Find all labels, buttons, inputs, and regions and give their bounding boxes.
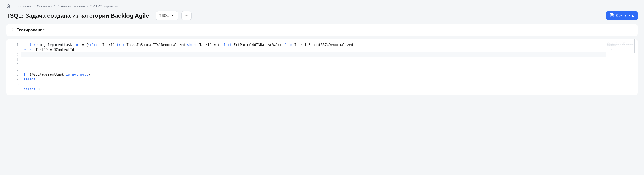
- save-button[interactable]: Сохранить: [606, 11, 638, 20]
- svg-point-2: [188, 15, 188, 16]
- breadcrumb-item-categories[interactable]: Категории: [16, 4, 31, 8]
- save-icon: [610, 13, 614, 18]
- chevron-right-icon: [10, 27, 14, 33]
- breadcrumb-separator: /: [12, 4, 14, 8]
- chevron-down-icon: [52, 4, 56, 8]
- code-editor[interactable]: 12345678 declare @agileparenttask int = …: [6, 39, 638, 95]
- testing-panel: Тестирование: [6, 24, 638, 36]
- breadcrumb-separator: /: [87, 4, 88, 8]
- breadcrumb: / Категории / Сценарии / Автоматизация /…: [6, 4, 638, 8]
- testing-panel-label: Тестирование: [17, 28, 45, 32]
- code-content[interactable]: declare @agileparenttask int = (select T…: [21, 39, 606, 95]
- more-horizontal-icon: [184, 13, 189, 18]
- minimap-preview: declare @agileparenttask int = (select T…: [607, 42, 634, 52]
- chevron-down-icon: [170, 13, 174, 18]
- save-button-label: Сохранить: [616, 14, 634, 18]
- language-select-label: TSQL: [160, 14, 169, 18]
- testing-panel-toggle[interactable]: Тестирование: [6, 24, 638, 36]
- breadcrumb-item-scenarios[interactable]: Сценарии: [37, 4, 56, 8]
- breadcrumb-separator: /: [58, 4, 59, 8]
- more-actions-button[interactable]: [181, 11, 192, 20]
- breadcrumb-item-label: Сценарии: [37, 4, 52, 8]
- home-icon[interactable]: [6, 4, 10, 8]
- language-select[interactable]: TSQL: [156, 11, 178, 20]
- minimap[interactable]: declare @agileparenttask int = (select T…: [606, 39, 635, 95]
- scrollbar-thumb[interactable]: [634, 39, 635, 53]
- breadcrumb-separator: /: [34, 4, 35, 8]
- svg-point-1: [186, 15, 187, 16]
- title-bar: TSQL: Задача создана из категории Backlo…: [6, 11, 638, 20]
- breadcrumb-item-smart-expression[interactable]: SMART выражение: [90, 4, 120, 8]
- page-title: TSQL: Задача создана из категории Backlo…: [6, 12, 149, 19]
- svg-point-0: [185, 15, 186, 16]
- breadcrumb-item-automation[interactable]: Автоматизация: [61, 4, 85, 8]
- line-number-gutter: 12345678: [6, 39, 21, 95]
- divider: [152, 12, 152, 19]
